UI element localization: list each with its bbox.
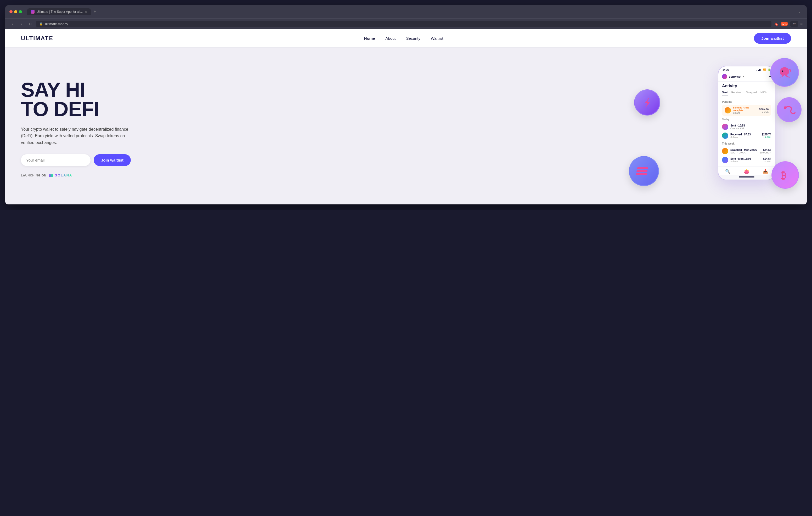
swap-tx-info: Swapped · Mon 22:06 SOL → ORCA: [730, 149, 758, 154]
table-row: Sent · Mon 16:06 Solana $94.54 -1 SOL: [722, 155, 771, 164]
phone-status-bar: 14:27 📶 🔋: [718, 66, 775, 72]
inbox-nav-icon[interactable]: 📥: [763, 169, 768, 174]
url-text: ultimate.money: [45, 22, 68, 26]
pending-amount: $245.74 -3 SOL: [759, 108, 768, 113]
window-controls: [9, 10, 22, 13]
squiggle-coin: [777, 97, 802, 122]
browser-menu-button[interactable]: ≡: [800, 22, 803, 26]
sent2-tx-amount: $94.54 -1 SOL: [763, 157, 771, 163]
pending-network: Solana: [733, 112, 757, 114]
received-tx-amount: $245.74 +3 SOL: [762, 133, 771, 139]
tab-title: Ultimate | The Super App for all...: [37, 10, 83, 13]
address-bar[interactable]: 🔒 ultimate.money: [36, 21, 772, 27]
back-button[interactable]: ‹: [9, 21, 16, 27]
swap-tx-amount: $84.56 100 ORCA: [760, 149, 771, 154]
launching-label: LAUNCHING ON: [21, 174, 47, 177]
sent2-tx-sub: Solana: [730, 160, 761, 163]
activity-tabs: Sent Received Swapped NFTs: [722, 91, 771, 97]
phone-mockup: 14:27 📶 🔋: [718, 66, 775, 180]
nft-tx-info: Sent · 10:53 Cool Kat #34: [730, 124, 771, 130]
sent2-tx-info: Sent · Mon 16:06 Solana: [730, 157, 761, 163]
website-content: ULTIMATE Home About Security Waitlist Jo…: [5, 29, 807, 205]
phone-time: 14:27: [723, 68, 729, 71]
nft-tx-label: Sent · 10:53: [730, 124, 771, 127]
phone-content: Activity Sent Received Swapped NFTs Pend…: [718, 82, 775, 166]
svg-rect-4: [636, 173, 647, 175]
hero-visual: ₿ 14:27: [639, 63, 791, 194]
nav-waitlist[interactable]: Waitlist: [431, 36, 443, 40]
reload-button[interactable]: ↻: [27, 21, 33, 27]
pending-transaction: Sending · 30% complete Solana $245.74 -3…: [722, 105, 771, 116]
tab-nfts[interactable]: NFTs: [760, 91, 766, 95]
signal-icon: [757, 69, 761, 71]
nft-tx-sub: Cool Kat #34: [730, 127, 771, 130]
phone-frame: 14:27 📶 🔋: [718, 66, 775, 180]
active-tab[interactable]: Ultimate | The Super App for all... ✕: [27, 8, 91, 15]
bookmark-icon[interactable]: 🔖: [774, 22, 779, 26]
new-tab-button[interactable]: +: [92, 9, 98, 14]
nft-tx-icon: [722, 124, 728, 130]
forward-button[interactable]: ›: [18, 21, 25, 27]
brave-reading-mode[interactable]: 👓: [790, 21, 798, 27]
swap-tx-sub: SOL → ORCA: [730, 151, 758, 154]
user-avatar: [722, 74, 727, 79]
home-indicator: [718, 175, 775, 180]
solana-coin: [629, 156, 659, 186]
swap-tx-icon: [722, 148, 728, 154]
browser-tabs: Ultimate | The Super App for all... ✕ +: [27, 8, 795, 15]
swap-tx-label: Swapped · Mon 22:06: [730, 149, 758, 151]
hero-subtitle: Your crypto wallet to safely navigate de…: [21, 126, 131, 146]
hero-join-waitlist-button[interactable]: Join waitlist: [94, 154, 131, 166]
nav-security[interactable]: Security: [406, 36, 420, 40]
nav-join-waitlist-button[interactable]: Join waitlist: [754, 33, 791, 44]
squiggle-icon: [782, 102, 796, 117]
hero-title-line2: TO DEFI: [21, 97, 99, 121]
dropdown-icon: ▾: [743, 75, 744, 78]
tab-swapped[interactable]: Swapped: [746, 91, 757, 95]
minimize-window-button[interactable]: [14, 10, 17, 13]
nav-links: Home About Security Waitlist: [364, 36, 443, 41]
maximize-window-button[interactable]: [19, 10, 22, 13]
nav-home[interactable]: Home: [364, 36, 375, 40]
hero-title: SAY HI TO DEFI: [21, 80, 131, 119]
lightning-icon: [641, 96, 654, 109]
table-row: Swapped · Mon 22:06 SOL → ORCA $84.56 10…: [722, 147, 771, 155]
email-input[interactable]: [21, 154, 90, 166]
wallet-nav-icon[interactable]: 👛: [744, 169, 749, 174]
dolphin-icon: [777, 65, 792, 80]
launching-on: LAUNCHING ON SOLANA: [21, 173, 131, 177]
phone-user: genry.sol ▾: [722, 74, 744, 79]
pending-label: Pending: [722, 100, 771, 103]
phone-bottom-nav: 🔍 👛 📥: [718, 166, 775, 175]
brave-shield-badge[interactable]: 🛡 1: [781, 22, 788, 26]
svg-point-1: [784, 107, 786, 109]
lock-icon: 🔒: [39, 22, 43, 26]
close-window-button[interactable]: [9, 10, 12, 13]
tab-close-button[interactable]: ✕: [85, 10, 87, 13]
dolphin-coin: [770, 58, 799, 87]
nav-about[interactable]: About: [385, 36, 396, 40]
today-label: Today: [722, 118, 771, 121]
received-tx-icon: [722, 132, 728, 139]
window-control-right: ⌄: [798, 10, 803, 13]
pending-status: Sending · 30% complete: [733, 107, 757, 112]
tab-sent[interactable]: Sent: [722, 91, 728, 95]
hero-section: SAY HI TO DEFI Your crypto wallet to saf…: [5, 48, 807, 205]
search-nav-icon[interactable]: 🔍: [725, 169, 730, 174]
browser-window: Ultimate | The Super App for all... ✕ + …: [5, 5, 807, 205]
tab-favicon: [31, 10, 34, 13]
lightning-coin: [634, 89, 660, 116]
sent2-tx-label: Sent · Mon 16:06: [730, 157, 761, 160]
home-bar: [739, 177, 754, 178]
table-row: Received · 07:53 Solana $245.74 +3 SOL: [722, 131, 771, 140]
hero-form: Join waitlist: [21, 154, 131, 166]
solana-label: SOLANA: [55, 173, 72, 177]
svg-rect-2: [637, 167, 648, 169]
hero-content: SAY HI TO DEFI Your crypto wallet to saf…: [21, 80, 131, 178]
sent2-tx-icon: [722, 157, 728, 163]
site-logo: ULTIMATE: [21, 35, 53, 42]
thisweek-label: This week: [722, 142, 771, 145]
tab-received[interactable]: Received: [731, 91, 743, 95]
svg-rect-3: [636, 170, 648, 172]
phone-status-icons: 📶 🔋: [757, 68, 771, 71]
